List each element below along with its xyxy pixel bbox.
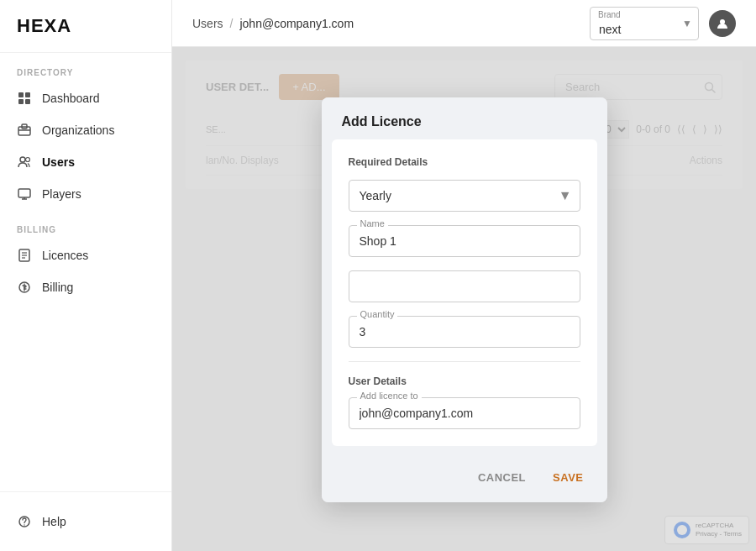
directory-section-label: DIRECTORY <box>0 53 171 82</box>
sidebar-item-dashboard[interactable]: Dashboard <box>0 82 171 114</box>
billing-icon <box>17 280 32 295</box>
sidebar-item-players[interactable]: Players <box>0 178 171 210</box>
modal-body: Required Details Yearly Monthly Weekly ▼ <box>332 139 597 446</box>
user-details-section: User Details Add licence to <box>349 375 580 429</box>
topbar: Users / john@company1.com Brand next ▼ <box>172 0 756 47</box>
svg-rect-1 <box>25 92 30 97</box>
form-group-unnamed <box>349 270 580 302</box>
sidebar-item-licences-label: Licences <box>42 249 88 262</box>
sidebar-item-licences[interactable]: Licences <box>0 239 171 271</box>
add-licence-modal: Add Licence Required Details Yearly Mont… <box>322 97 607 502</box>
logo-area: HEXA <box>0 0 171 53</box>
breadcrumb-email: john@company1.com <box>239 17 354 30</box>
billing-section-label: BILLING <box>0 210 171 239</box>
svg-rect-3 <box>25 99 30 104</box>
breadcrumb-users[interactable]: Users <box>192 17 223 30</box>
licences-icon <box>17 248 32 263</box>
brand-selector-wrap: Brand next ▼ <box>590 7 699 40</box>
sidebar-item-users-label: Users <box>42 155 75 169</box>
sidebar-item-billing[interactable]: Billing <box>0 271 171 303</box>
breadcrumb: Users / john@company1.com <box>192 17 354 30</box>
form-group-quantity: Quantity <box>349 316 580 348</box>
add-licence-to-label: Add licence to <box>357 391 422 401</box>
sidebar-bottom: Help <box>0 491 171 551</box>
svg-rect-9 <box>18 189 30 197</box>
form-group-add-licence-to: Add licence to <box>349 397 580 429</box>
users-icon <box>17 155 32 170</box>
content-area: USER DET... + AD... SE... <box>172 47 756 551</box>
modal-overlay: Add Licence Required Details Yearly Mont… <box>172 47 756 551</box>
sidebar-item-help[interactable]: Help <box>0 506 171 538</box>
sidebar-item-billing-label: Billing <box>42 281 73 294</box>
dashboard-icon <box>17 91 32 106</box>
licence-type-select[interactable]: Yearly Monthly Weekly <box>349 180 580 212</box>
modal-footer: CANCEL SAVE <box>322 456 607 502</box>
sidebar-item-players-label: Players <box>42 187 81 201</box>
form-group-select: Yearly Monthly Weekly ▼ <box>349 180 580 212</box>
required-details-label: Required Details <box>349 156 580 168</box>
sidebar-item-dashboard-label: Dashboard <box>42 92 100 105</box>
sidebar-item-organizations-label: Organizations <box>42 123 114 137</box>
quantity-input[interactable] <box>349 316 580 348</box>
modal-title: Add Licence <box>342 114 422 129</box>
avatar[interactable] <box>709 10 736 37</box>
svg-point-8 <box>26 158 30 162</box>
svg-rect-0 <box>18 92 24 97</box>
sidebar-item-help-label: Help <box>42 515 66 528</box>
svg-rect-2 <box>18 99 24 104</box>
add-licence-to-input[interactable] <box>349 397 580 429</box>
breadcrumb-separator: / <box>230 17 234 30</box>
svg-point-18 <box>24 524 24 525</box>
brand-label: Brand <box>598 10 621 19</box>
name-input[interactable] <box>349 225 580 257</box>
form-group-name: Name <box>349 225 580 257</box>
cancel-button[interactable]: CANCEL <box>471 466 533 489</box>
help-icon <box>17 514 32 529</box>
modal-header: Add Licence <box>322 97 607 139</box>
licence-type-select-wrap: Yearly Monthly Weekly ▼ <box>349 180 580 212</box>
app-logo: HEXA <box>17 15 71 36</box>
sidebar: HEXA DIRECTORY Dashboard Organizations <box>0 0 172 551</box>
divider <box>349 361 580 362</box>
name-field-label: Name <box>357 218 388 228</box>
main-area: Users / john@company1.com Brand next ▼ <box>172 0 756 551</box>
sidebar-item-organizations[interactable]: Organizations <box>0 114 171 146</box>
unnamed-input[interactable] <box>349 270 580 302</box>
organizations-icon <box>17 123 32 138</box>
svg-point-7 <box>20 157 25 162</box>
topbar-right: Brand next ▼ <box>590 7 736 40</box>
user-details-label: User Details <box>349 375 580 387</box>
quantity-field-label: Quantity <box>357 309 398 319</box>
save-button[interactable]: SAVE <box>546 466 590 489</box>
players-icon <box>17 186 32 202</box>
sidebar-item-users[interactable]: Users <box>0 146 171 178</box>
